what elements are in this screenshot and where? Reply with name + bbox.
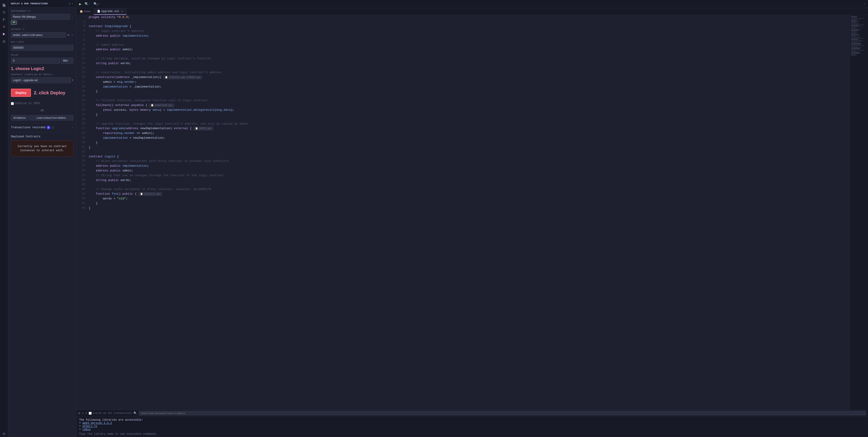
gas-limit-label: GAS LIMIT <box>11 41 73 43</box>
code-line: 4 <box>76 20 850 24</box>
code-line: 39 <box>76 183 850 187</box>
gas-limit-input[interactable] <box>11 45 73 51</box>
transactions-expand-icon[interactable]: › <box>72 126 73 129</box>
search-icon[interactable] <box>1 9 7 15</box>
code-line: 18 implementation = _implementation; <box>76 85 850 89</box>
line-content: require(msg.sender == admin); <box>89 131 848 136</box>
minimap-line <box>851 53 861 53</box>
line-number: 35 <box>78 164 85 168</box>
line-content: implementation = newImplementation; <box>89 136 848 141</box>
account-info-icon[interactable]: ⓘ <box>22 28 25 31</box>
code-line: 15 // constructor, initializing admin ad… <box>76 70 850 75</box>
line-number: 18 <box>78 85 85 89</box>
listen-row: listen on all transactions <box>89 412 132 415</box>
load-contract-button[interactable]: Load contract from Addres <box>29 115 73 121</box>
line-content: } <box>89 201 848 206</box>
line-number: 17 <box>78 80 85 84</box>
lib-remix-link[interactable]: • remix <box>79 428 865 431</box>
lib-ethers-link[interactable]: • ethers.js <box>79 425 865 428</box>
expand-panel-icon[interactable]: › <box>72 2 73 5</box>
code-line: 24 } <box>76 113 850 117</box>
files-icon[interactable] <box>1 2 7 8</box>
plugin-icon[interactable] <box>1 38 7 44</box>
minimap-line <box>851 28 857 29</box>
code-line: 13 string public words; <box>76 61 850 66</box>
minimap-line <box>851 16 857 17</box>
value-input[interactable] <box>11 58 60 64</box>
contract-label: CONTRACT (Compiled by Remix) <box>11 73 73 76</box>
code-line: 25 <box>76 117 850 121</box>
minimap-line <box>851 41 863 41</box>
deploy-btn-row: Deploy 2. click Deploy <box>11 89 73 97</box>
line-content: address public admin; <box>89 168 848 173</box>
search-input[interactable] <box>139 411 866 415</box>
line-content: } <box>89 141 848 145</box>
tab-file[interactable]: 📄 upgrade.sol ✕ <box>94 8 126 15</box>
line-number: 21 <box>78 98 85 102</box>
line-content: admin = msg.sender; <box>89 80 848 85</box>
collapse-icon[interactable]: ⊞ <box>78 411 80 415</box>
debug-icon[interactable]: 3 <box>1 24 7 30</box>
minimap-line <box>851 48 861 49</box>
line-number: 38 <box>78 178 85 182</box>
code-line: 14 <box>76 66 850 70</box>
deploy-button[interactable]: Deploy <box>11 89 31 97</box>
account-select[interactable]: 0x5B3...eddC4 (100 ether) <box>11 32 66 38</box>
line-number: 11 <box>78 52 85 56</box>
run-icon[interactable]: ▶ <box>78 1 82 7</box>
lib-web3-link[interactable]: • web3 version 1.5.2 <box>79 422 865 425</box>
contract-row: Logic2 - upgrade.solLogic1 - upgrade.sol… <box>11 77 73 83</box>
value-unit-select[interactable]: WeiGweiFinneyEther <box>61 58 73 64</box>
settings-icon[interactable] <box>1 431 7 437</box>
line-content: fallback() external payable {📋 undefined… <box>89 103 848 108</box>
contract-select[interactable]: Logic2 - upgrade.solLogic1 - upgrade.sol… <box>11 77 71 83</box>
no-contract-box: Currently you have no contract instances… <box>11 141 73 156</box>
minimap-line <box>851 41 858 42</box>
code-editor[interactable]: pragma solidity ^0.8.9;45contract Simple… <box>76 15 850 410</box>
refresh-icon[interactable]: ↺ <box>82 411 84 415</box>
svg-rect-9 <box>3 41 5 42</box>
code-line: 20 <box>76 94 850 98</box>
minimap-line <box>851 29 862 30</box>
listen-checkbox[interactable] <box>89 412 92 415</box>
tab-home[interactable]: 🏠 Home <box>76 8 94 14</box>
line-number: 27 <box>78 126 85 130</box>
zoom-out-icon[interactable]: 🔍- <box>84 2 91 6</box>
line-content: } <box>89 206 848 211</box>
line-content: contract Logic1 { <box>89 154 848 159</box>
link-account-icon[interactable]: ↗ <box>71 33 73 37</box>
transactions-count: 0 <box>46 126 50 129</box>
code-line: 36 address public admin; <box>76 168 850 173</box>
code-line: 19 } <box>76 89 850 94</box>
line-content: implementation = _implementation; <box>89 85 848 89</box>
gas-badge: 📋 undefined gas <box>149 104 174 107</box>
panel-header: DEPLOY & RUN TRANSACTIONS ✓ › <box>8 0 76 7</box>
line-number: 44 <box>78 206 85 210</box>
code-line: 30 } <box>76 141 850 145</box>
line-number: 23 <box>78 108 85 112</box>
copy-account-icon[interactable]: ⧉ <box>67 33 70 37</box>
code-line: 21 // fallback function, delegates funct… <box>76 98 850 103</box>
line-number: 5 <box>78 24 85 28</box>
at-address-row: At Address Load contract from Addres <box>11 115 73 121</box>
git-icon[interactable] <box>1 17 7 23</box>
maximize-icon[interactable]: ⤢ <box>863 2 866 6</box>
tab-close-icon[interactable]: ✕ <box>121 9 123 13</box>
bottom-toolbar: ⊞ ↺ 0 listen on all transactions 🔍 <box>76 410 868 416</box>
line-number: 15 <box>78 70 85 74</box>
environment-select[interactable]: Remix VM (Merge)Remix VM (London)Injecte… <box>11 14 70 20</box>
transactions-info-icon[interactable]: ⓘ <box>52 126 54 129</box>
line-content: contract SimpleUpgrade { <box>89 24 848 29</box>
listen-label: listen on all transactions <box>93 412 132 414</box>
publish-checkbox[interactable] <box>11 102 14 105</box>
zoom-in-icon[interactable]: 🔍+ <box>93 2 100 6</box>
icon-bar: 3 <box>0 0 8 437</box>
deploy-icon[interactable] <box>1 31 7 37</box>
minimap-line <box>851 26 863 27</box>
bottom-content: The following libraries are accessible: … <box>76 416 868 437</box>
at-address-button[interactable]: At Address <box>11 115 28 121</box>
environment-menu-icon[interactable]: ⋮ <box>71 15 73 19</box>
code-line: 38 string public words; <box>76 178 850 183</box>
minimap-line <box>851 35 856 36</box>
code-line: 23 (bool success, bytes memory data) = i… <box>76 108 850 113</box>
